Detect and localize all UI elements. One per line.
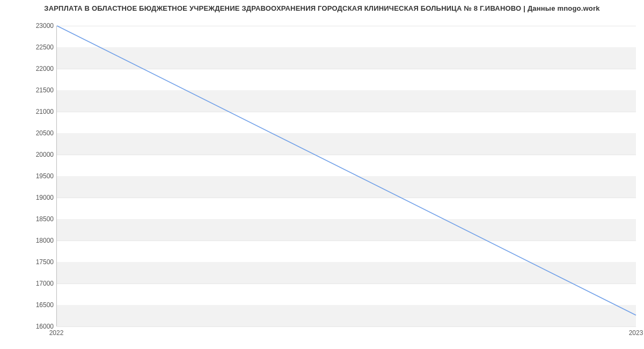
- y-tick-label: 21000: [5, 108, 54, 115]
- grid-line: [57, 326, 636, 327]
- series-layer: [57, 26, 636, 326]
- x-tick-label: 2023: [629, 329, 643, 337]
- y-tick-label: 16000: [5, 323, 54, 330]
- y-tick-label: 23000: [5, 22, 54, 30]
- chart-container: ЗАРПЛАТА В ОБЛАСТНОЕ БЮДЖЕТНОЕ УЧРЕЖДЕНИ…: [0, 0, 644, 349]
- y-tick-label: 17500: [5, 258, 54, 266]
- series-line: [57, 26, 636, 315]
- y-tick-label: 20000: [5, 151, 54, 158]
- x-tick-label: 2022: [49, 329, 64, 337]
- y-tick-label: 18000: [5, 237, 54, 244]
- y-tick-label: 19000: [5, 194, 54, 201]
- chart-title: ЗАРПЛАТА В ОБЛАСТНОЕ БЮДЖЕТНОЕ УЧРЕЖДЕНИ…: [0, 4, 644, 12]
- y-tick-label: 21500: [5, 86, 54, 94]
- y-tick-label: 16500: [5, 301, 54, 309]
- y-tick-label: 19500: [5, 172, 54, 180]
- y-tick-label: 20500: [5, 129, 54, 137]
- plot-area: [56, 26, 636, 326]
- y-tick-label: 18500: [5, 215, 54, 223]
- y-tick-label: 22500: [5, 43, 54, 51]
- y-tick-label: 22000: [5, 65, 54, 72]
- y-tick-label: 17000: [5, 280, 54, 287]
